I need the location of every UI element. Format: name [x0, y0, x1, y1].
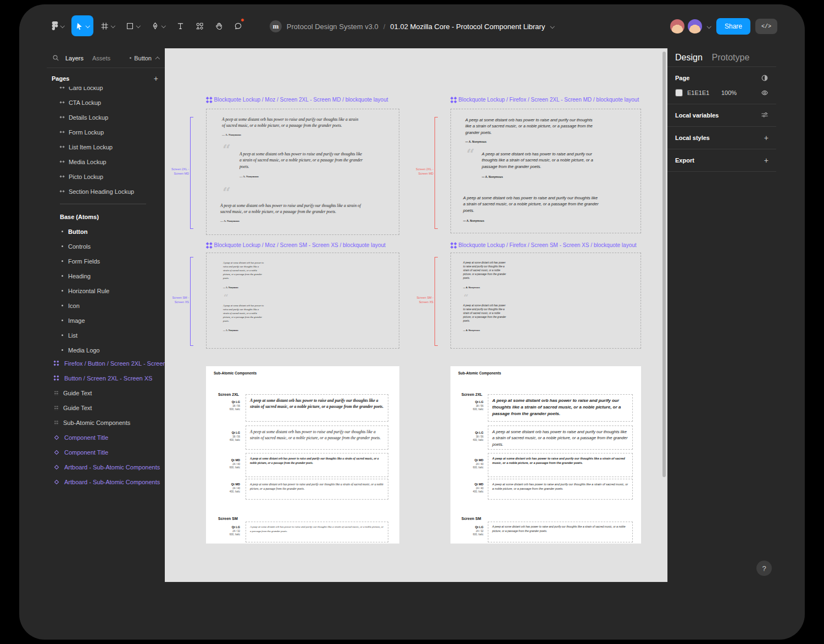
layer-row[interactable]: Firefox / Button / Screen 2XL - Screen .…	[47, 356, 165, 371]
text-tool-button[interactable]	[172, 15, 188, 36]
resources-tool-button[interactable]	[192, 15, 208, 36]
page-item[interactable]: Details Lockup	[47, 110, 165, 125]
tab-design[interactable]: Design	[675, 53, 703, 63]
frame-tool-button[interactable]	[97, 15, 119, 36]
artboard-sub-atomic-firefox[interactable]: Sub-Atomic Components Screen 2XL Qt LG 3…	[450, 366, 641, 544]
range-bracket	[435, 257, 438, 346]
page-item[interactable]: Media Lockup	[47, 154, 165, 169]
page-item-button[interactable]: Button	[47, 224, 165, 239]
search-icon[interactable]	[52, 54, 59, 61]
page-item[interactable]: Controls	[47, 239, 165, 254]
type-sample: A peep at some distant orb has power to …	[488, 479, 633, 500]
artboard-blockquote-moz-sm[interactable]: A peep at some distant orb has power to …	[206, 253, 399, 349]
blockquote-text: A peep at some distant orb has power to …	[223, 261, 264, 281]
add-export-button[interactable]: +	[764, 156, 769, 164]
main-menu-button[interactable]	[48, 15, 68, 36]
page-item[interactable]: Horizontal Rule	[47, 283, 165, 298]
blockquote-attribution: — A. Nonymous	[463, 219, 484, 222]
shape-tool-button[interactable]	[122, 15, 144, 36]
page-item[interactable]: Picto Lockup	[47, 169, 165, 184]
page-item-label: Media Lockup	[69, 159, 107, 165]
frame-grid-icon	[54, 390, 59, 395]
page-item-label: Image	[68, 317, 85, 324]
file-name[interactable]: 01.02 Mozilla Core - Protocol Component …	[390, 23, 545, 31]
artboard-blockquote-moz-2xl[interactable]: A peep at some distant orb has power to …	[206, 109, 399, 235]
artboard-title[interactable]: Blockquote Lockup / Moz / Screen SM - Sc…	[206, 242, 386, 248]
type-sample: A peep at some distant orb has power to …	[246, 394, 388, 422]
local-variables-section[interactable]: Local variables	[667, 104, 776, 127]
layer-row[interactable]: Guide Text	[47, 400, 165, 415]
artboard-sub-atomic-moz[interactable]: Sub-Atomic Components Screen 2XL Qt LG 3…	[206, 366, 399, 544]
chevron-down-icon	[85, 24, 90, 28]
color-swatch[interactable]	[675, 89, 683, 97]
page-item[interactable]: Card Lockup	[47, 87, 165, 95]
color-opacity-value[interactable]: 100%	[721, 89, 737, 96]
dev-mode-toggle[interactable]: </>	[755, 19, 777, 34]
avatar-current-user[interactable]	[688, 19, 702, 33]
frame-tool-icon	[101, 22, 109, 30]
page-item[interactable]: List	[47, 328, 165, 343]
tab-layers[interactable]: Layers	[65, 55, 83, 61]
page-item-label: Details Lockup	[69, 114, 108, 121]
collapse-pages-chevron-icon[interactable]	[155, 56, 159, 60]
page-item[interactable]: CTA Lockup	[47, 95, 165, 110]
color-hex-value[interactable]: E1E1E1	[687, 89, 716, 96]
account-chevron-icon[interactable]	[707, 24, 711, 29]
artboard-title[interactable]: Blockquote Lockup / Firefox / Screen SM …	[450, 242, 637, 248]
layer-row[interactable]: Guide Text	[47, 385, 165, 400]
toolbar: m Protocol Design System v3.0 / 01.02 Mo…	[19, 4, 805, 48]
page-item[interactable]: List Item Lockup	[47, 139, 165, 154]
current-page-indicator[interactable]: Button	[134, 55, 152, 61]
eye-icon[interactable]	[761, 89, 769, 97]
share-button[interactable]: Share	[716, 18, 750, 35]
layer-row[interactable]: Artboard - Sub-Atomic Components	[47, 460, 165, 474]
variables-icon[interactable]	[761, 111, 769, 119]
help-button[interactable]: ?	[756, 561, 772, 576]
project-name[interactable]: Protocol Design System v3.0	[287, 23, 378, 31]
page-settings-icon[interactable]	[761, 74, 769, 82]
layer-row[interactable]: Artboard - Sub-Atomic Components	[47, 474, 165, 489]
page-item[interactable]: Section Heading Lockup	[47, 184, 165, 199]
file-menu-chevron-icon[interactable]	[550, 24, 554, 29]
layers-list[interactable]: Firefox / Button / Screen 2XL - Screen .…	[47, 356, 165, 489]
artboard-title[interactable]: Blockquote Lockup / Firefox / Screen 2XL…	[450, 97, 639, 103]
page-item[interactable]: Form Fields	[47, 254, 165, 268]
page-item[interactable]: Media Logo	[47, 343, 165, 355]
layer-row[interactable]: Button / Screen 2XL - Screen XS	[47, 371, 165, 385]
layer-row[interactable]: Component Title	[47, 430, 165, 445]
pen-tool-button[interactable]	[147, 15, 169, 36]
canvas-scrollbar[interactable]	[662, 52, 666, 477]
lockup-icon	[60, 102, 64, 103]
pages-list[interactable]: Card Lockup CTA Lockup Details Lockup Fo…	[47, 87, 165, 355]
local-styles-section[interactable]: Local styles +	[667, 127, 776, 149]
blockquote-text: A peep at some distant orb has power to …	[240, 151, 363, 170]
canvas[interactable]: Blockquote Lockup / Moz / Screen 2XL - S…	[165, 48, 667, 582]
hand-tool-button[interactable]	[211, 15, 227, 36]
layer-row[interactable]: Component Title	[47, 445, 165, 460]
page-item[interactable]: Form Lockup	[47, 125, 165, 139]
page-item[interactable]: Heading	[47, 268, 165, 283]
blockquote-attribution: — A. Nonymous	[222, 133, 241, 136]
export-section[interactable]: Export +	[667, 149, 776, 172]
add-style-button[interactable]: +	[764, 134, 769, 142]
add-page-button[interactable]: +	[154, 75, 158, 82]
tab-prototype[interactable]: Prototype	[712, 53, 749, 63]
quote-mark-icon: “	[466, 151, 475, 158]
page-item[interactable]: Image	[47, 313, 165, 328]
notification-dot	[241, 18, 244, 22]
layer-row[interactable]: Sub-Atomic Components	[47, 415, 165, 430]
artboard-blockquote-firefox-sm[interactable]: A peep at some distant orb has power to …	[450, 253, 641, 349]
blockquote-attribution: — A. Nonymous	[482, 175, 503, 178]
canvas-color-row[interactable]: E1E1E1 100%	[675, 89, 769, 97]
move-tool-button[interactable]	[71, 15, 93, 36]
comment-tool-button[interactable]	[230, 15, 246, 36]
page-item[interactable]: Icon	[47, 298, 165, 313]
component-icon	[452, 98, 455, 101]
toolbar-tools	[48, 15, 246, 36]
mozilla-logo-letter: m	[272, 22, 279, 31]
artboard-blockquote-firefox-2xl[interactable]: A peep at some distant orb has power to …	[450, 109, 641, 233]
tab-assets[interactable]: Assets	[92, 55, 110, 61]
chevron-down-icon	[110, 24, 115, 28]
avatar-collaborator[interactable]	[670, 19, 684, 33]
artboard-title[interactable]: Blockquote Lockup / Moz / Screen 2XL - S…	[206, 97, 388, 103]
